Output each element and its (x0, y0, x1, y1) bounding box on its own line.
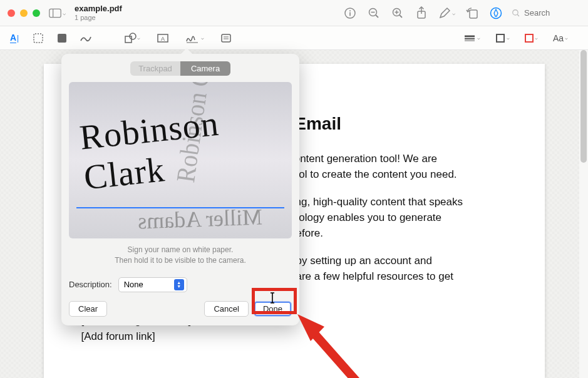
fullscreen-window-button[interactable] (33, 9, 40, 17)
segment-camera[interactable]: Camera (180, 61, 230, 76)
svg-point-3 (349, 10, 351, 11)
sketch-icon (80, 33, 92, 43)
signature-tool[interactable]: ⌵ (185, 33, 204, 44)
rotate-button[interactable] (465, 6, 479, 20)
svg-rect-31 (497, 34, 504, 42)
zoom-out-icon (368, 7, 380, 19)
info-button[interactable] (343, 6, 357, 20)
scrollbar-thumb[interactable] (580, 50, 587, 163)
markup-toolbar: A| ⌵ A ⌵ ⌵ ⌵ ⌵ Aa⌵ (0, 26, 588, 50)
svg-point-16 (513, 9, 518, 14)
info-icon (344, 7, 356, 19)
camera-preview: Robinson Clark Robinson Clark Miller Ada… (69, 82, 292, 238)
note-icon (220, 33, 232, 43)
popover-buttons: Clear Cancel Done (69, 301, 292, 317)
segment-trackpad[interactable]: Trackpad (130, 61, 180, 76)
marker-tip-icon (490, 7, 502, 19)
fill-color-tool[interactable]: ⌵ (525, 34, 538, 43)
fill-color-swatch (525, 34, 534, 43)
search-field[interactable] (512, 8, 580, 18)
signature-main: Robinson Clark (78, 97, 286, 198)
rect-select-icon (33, 33, 44, 44)
share-icon (415, 6, 428, 20)
shapes-tool[interactable]: ⌵ (124, 33, 140, 44)
zoom-out-button[interactable] (367, 6, 381, 20)
file-title: example.pdf (75, 4, 122, 13)
svg-line-6 (376, 15, 378, 18)
markup-button[interactable]: ⌵ (438, 7, 455, 19)
svg-line-17 (517, 14, 519, 16)
file-subtitle: 1 page (75, 14, 122, 21)
sidebar-icon (49, 8, 61, 18)
description-select[interactable]: None ▲▼ (118, 277, 187, 292)
search-icon (512, 9, 520, 18)
signature-mirror: Miller Adams (137, 204, 262, 235)
rect-select-tool[interactable] (31, 31, 45, 45)
instruction-text: Sign your name on white paper. Then hold… (69, 245, 292, 266)
minimize-window-button[interactable] (20, 9, 28, 17)
text-tool[interactable]: A (157, 33, 169, 43)
select-arrows-icon: ▲▼ (174, 279, 184, 290)
redact-tool[interactable] (55, 31, 69, 45)
svg-rect-25 (222, 34, 230, 42)
traffic-lights (8, 9, 40, 17)
text-box-icon: A (157, 33, 169, 43)
zoom-in-icon (391, 7, 404, 19)
search-input[interactable] (524, 8, 580, 18)
redact-icon (56, 33, 68, 44)
lines-icon (463, 34, 476, 42)
rotate-icon (465, 7, 479, 19)
description-row: Description: None ▲▼ (69, 277, 292, 292)
description-value: None (124, 280, 143, 289)
description-label: Description: (69, 280, 112, 289)
titlebar-actions: ⌵ (343, 6, 503, 20)
svg-rect-19 (58, 34, 66, 43)
aa-label: Aa (553, 33, 564, 43)
shapes-icon (124, 33, 137, 44)
sidebar-toggle-button[interactable]: ⌵ (49, 8, 66, 18)
text-select-tool[interactable]: A| (8, 31, 21, 45)
border-square-icon (495, 33, 505, 43)
border-color-tool[interactable]: ⌵ (495, 33, 510, 43)
markup-toolbar-button[interactable] (489, 6, 503, 20)
note-tool[interactable] (220, 33, 232, 43)
signature-icon (185, 33, 200, 44)
zoom-in-button[interactable] (391, 6, 405, 20)
font-style-tool[interactable]: Aa⌵ (553, 33, 568, 43)
svg-rect-0 (49, 9, 61, 17)
svg-line-9 (400, 15, 402, 18)
sketch-tool[interactable] (79, 31, 93, 45)
cancel-button[interactable]: Cancel (204, 301, 248, 317)
window-titlebar: ⌵ example.pdf 1 page ⌵ (0, 0, 588, 26)
border-style-tool[interactable]: ⌵ (463, 34, 480, 42)
clear-button[interactable]: Clear (69, 301, 107, 317)
placeholder-link-forum: [Add forum link] (81, 329, 507, 345)
done-button[interactable]: Done (254, 301, 292, 317)
pencil-icon (438, 7, 451, 19)
svg-rect-20 (125, 36, 132, 43)
vertical-scrollbar[interactable] (579, 50, 588, 378)
signature-popover: Trackpad Camera Robinson Clark Robinson … (61, 54, 299, 325)
capture-mode-segmented[interactable]: Trackpad Camera (130, 61, 230, 76)
svg-rect-14 (470, 10, 477, 18)
svg-rect-4 (349, 12, 351, 16)
svg-text:A: A (161, 36, 165, 42)
svg-rect-18 (34, 34, 43, 43)
share-button[interactable] (415, 6, 428, 20)
file-info: example.pdf 1 page (75, 4, 122, 21)
close-window-button[interactable] (8, 9, 15, 17)
